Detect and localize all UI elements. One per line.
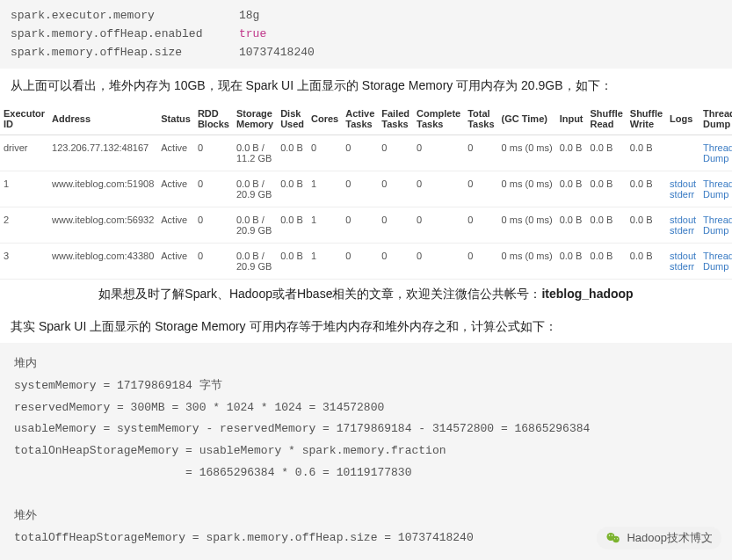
cell-gc-time: 0 ms (0 ms): [498, 171, 556, 207]
cell-gc-time: 0 ms (0 ms): [498, 135, 556, 171]
cell-active-tasks: 0: [342, 171, 378, 207]
cell-address: www.iteblog.com:43380: [48, 243, 157, 279]
cell-storage-memory: 0.0 B / 20.9 GB: [233, 243, 277, 279]
cell-address: www.iteblog.com:56932: [48, 207, 157, 243]
column-header: Shuffle Read: [587, 103, 627, 135]
cell-executor-id: driver: [0, 135, 48, 171]
cell-complete-tasks: 0: [413, 243, 464, 279]
svg-point-1: [613, 536, 620, 543]
cell-storage-memory: 0.0 B / 11.2 GB: [233, 135, 277, 171]
cell-rdd-blocks: 0: [194, 135, 233, 171]
cell-shuffle-read: 0.0 B: [587, 243, 627, 279]
column-header: RDD Blocks: [194, 103, 233, 135]
promo-line: 如果想及时了解Spark、Hadoop或者Hbase相关的文章，欢迎关注微信公共…: [0, 280, 732, 309]
cell-thread-dump: Thread Dump: [699, 135, 732, 171]
cell-rdd-blocks: 0: [194, 243, 233, 279]
cell-cores: 0: [308, 135, 342, 171]
config-value: 10737418240: [239, 44, 315, 62]
svg-point-2: [609, 535, 611, 536]
cell-failed-tasks: 0: [378, 207, 413, 243]
svg-point-4: [614, 538, 615, 539]
cell-executor-id: 1: [0, 171, 48, 207]
column-header: Thread Dump: [699, 103, 732, 135]
cell-cores: 1: [308, 207, 342, 243]
column-header: Input: [556, 103, 587, 135]
column-header: Shuffle Write: [627, 103, 666, 135]
cell-disk-used: 0.0 B: [277, 135, 308, 171]
column-header: Total Tasks: [464, 103, 497, 135]
cell-gc-time: 0 ms (0 ms): [498, 207, 556, 243]
cell-logs: stdoutstderr: [666, 171, 699, 207]
column-header: Disk Used: [277, 103, 308, 135]
cell-total-tasks: 0: [464, 243, 497, 279]
cell-logs: [666, 135, 699, 171]
cell-logs: stdoutstderr: [666, 207, 699, 243]
spark-config-block: spark.executor.memory18gspark.memory.off…: [0, 0, 732, 69]
svg-point-5: [617, 538, 618, 539]
wechat-watermark: Hadoop技术博文: [597, 527, 721, 549]
cell-gc-time: 0 ms (0 ms): [498, 243, 556, 279]
cell-logs: stdoutstderr: [666, 243, 699, 279]
config-key: spark.executor.memory: [11, 7, 239, 25]
log-link-stderr[interactable]: stderr: [670, 261, 694, 272]
executors-table: Executor IDAddressStatusRDD BlocksStorag…: [0, 103, 732, 280]
cell-thread-dump: Thread Dump: [699, 243, 732, 279]
log-link-stdout[interactable]: stdout: [670, 178, 696, 189]
column-header: (GC Time): [498, 103, 556, 135]
log-link-stderr[interactable]: stderr: [670, 225, 694, 236]
thread-dump-link[interactable]: Thread Dump: [703, 251, 732, 272]
table-row: 1www.iteblog.com:51908Active00.0 B / 20.…: [0, 171, 732, 207]
table-row: 2www.iteblog.com:56932Active00.0 B / 20.…: [0, 207, 732, 243]
config-value: true: [239, 25, 266, 44]
column-header: Complete Tasks: [413, 103, 464, 135]
cell-disk-used: 0.0 B: [277, 207, 308, 243]
cell-active-tasks: 0: [342, 243, 378, 279]
cell-complete-tasks: 0: [413, 171, 464, 207]
cell-complete-tasks: 0: [413, 135, 464, 171]
cell-active-tasks: 0: [342, 207, 378, 243]
cell-disk-used: 0.0 B: [277, 243, 308, 279]
cell-storage-memory: 0.0 B / 20.9 GB: [233, 207, 277, 243]
cell-input: 0.0 B: [556, 171, 587, 207]
thread-dump-link[interactable]: Thread Dump: [703, 178, 732, 200]
cell-rdd-blocks: 0: [194, 171, 233, 207]
cell-status: Active: [157, 243, 194, 279]
thread-dump-link[interactable]: Thread Dump: [703, 215, 732, 236]
watermark-text: Hadoop技术博文: [627, 530, 713, 546]
config-key: spark.memory.offHeap.size: [11, 44, 239, 62]
cell-address: www.iteblog.com:51908: [48, 171, 157, 207]
cell-shuffle-write: 0.0 B: [627, 171, 666, 207]
column-header: Storage Memory: [233, 103, 277, 135]
cell-shuffle-read: 0.0 B: [587, 171, 627, 207]
cell-executor-id: 3: [0, 243, 48, 279]
cell-input: 0.0 B: [556, 243, 587, 279]
cell-failed-tasks: 0: [378, 171, 413, 207]
promo-text: 如果想及时了解Spark、Hadoop或者Hbase相关的文章，欢迎关注微信公共…: [98, 287, 541, 301]
cell-failed-tasks: 0: [378, 243, 413, 279]
cell-input: 0.0 B: [556, 135, 587, 171]
cell-executor-id: 2: [0, 207, 48, 243]
wechat-icon: [605, 530, 621, 546]
column-header: Active Tasks: [342, 103, 378, 135]
log-link-stderr[interactable]: stderr: [670, 189, 694, 200]
column-header: Logs: [666, 103, 699, 135]
cell-rdd-blocks: 0: [194, 207, 233, 243]
thread-dump-link[interactable]: Thread Dump: [703, 142, 732, 164]
promo-account: iteblog_hadoop: [541, 287, 633, 301]
cell-cores: 1: [308, 171, 342, 207]
table-row: 3www.iteblog.com:43380Active00.0 B / 20.…: [0, 243, 732, 279]
config-key: spark.memory.offHeap.enabled: [11, 25, 239, 44]
column-header: Cores: [308, 103, 342, 135]
cell-active-tasks: 0: [342, 135, 378, 171]
cell-shuffle-read: 0.0 B: [587, 207, 627, 243]
cell-status: Active: [157, 207, 194, 243]
cell-thread-dump: Thread Dump: [699, 171, 732, 207]
cell-total-tasks: 0: [464, 135, 497, 171]
paragraph-intro: 从上面可以看出，堆外内存为 10GB，现在 Spark UI 上面显示的 Sto…: [0, 69, 732, 102]
svg-point-3: [612, 535, 613, 536]
log-link-stdout[interactable]: stdout: [670, 215, 696, 225]
column-header: Address: [48, 103, 157, 135]
column-header: Failed Tasks: [378, 103, 413, 135]
log-link-stdout[interactable]: stdout: [670, 251, 696, 261]
cell-shuffle-write: 0.0 B: [627, 135, 666, 171]
